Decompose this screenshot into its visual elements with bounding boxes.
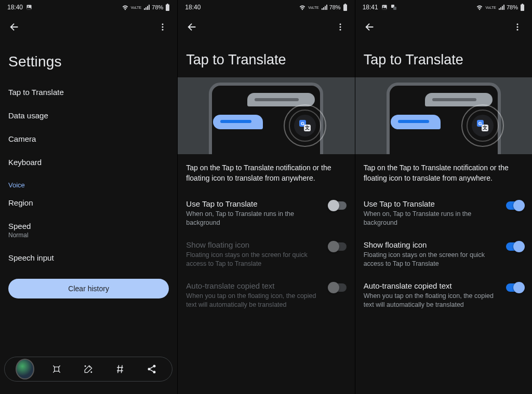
svg-rect-22: [521, 4, 524, 11]
status-time: 18:41: [363, 4, 378, 11]
svg-point-12: [153, 371, 156, 373]
volte-icon: VoLTE: [308, 6, 319, 9]
translate-floating-icon: G文: [472, 115, 494, 137]
setting-sub: When you tap on the floating icon, the c…: [186, 292, 322, 310]
battery-icon: [520, 4, 525, 11]
settings-item-keyboard[interactable]: Keyboard: [0, 151, 177, 174]
overflow-menu-button[interactable]: [510, 20, 525, 34]
settings-item-tap-to-translate[interactable]: Tap to Translate: [0, 80, 177, 104]
description-text: Tap on the Tap to Translate notification…: [178, 154, 354, 193]
status-battery-pct: 78%: [507, 4, 518, 10]
setting-sub: When on, Tap to Translate runs in the ba…: [186, 210, 322, 228]
gallery-icon: [26, 4, 32, 10]
svg-rect-7: [55, 367, 59, 371]
setting-use-tap-to-translate[interactable]: Use Tap to Translate When on, Tap to Tra…: [178, 193, 354, 234]
svg-point-1: [28, 6, 29, 7]
toggle-use-tap-to-translate[interactable]: [329, 201, 347, 210]
svg-point-24: [516, 23, 518, 25]
list-item-label: Keyboard: [8, 158, 42, 167]
page-title: Tap to Translate: [355, 39, 532, 77]
setting-title: Auto-translate copied text: [364, 281, 500, 290]
status-time: 18:40: [185, 4, 201, 11]
setting-title: Auto-translate copied text: [186, 281, 322, 290]
list-item-label: Speed: [8, 222, 31, 230]
svg-point-19: [383, 6, 384, 7]
topbar: [178, 15, 354, 39]
volte-icon: VoLTE: [485, 6, 496, 9]
svg-point-5: [162, 26, 164, 28]
list-item-label: Data usage: [8, 111, 48, 120]
setting-sub: When you tap on the floating icon, the c…: [364, 292, 500, 310]
svg-rect-13: [343, 4, 347, 11]
overflow-menu-button[interactable]: [155, 20, 170, 34]
svg-point-16: [339, 26, 341, 28]
hashtag-icon[interactable]: [111, 360, 129, 378]
wifi-icon: [476, 4, 483, 10]
battery-icon: [165, 4, 170, 11]
list-item-label: Region: [8, 198, 33, 207]
gallery-icon: [381, 4, 388, 10]
setting-sub: When on, Tap to Translate runs in the ba…: [364, 210, 500, 228]
svg-rect-3: [167, 4, 168, 5]
svg-point-9: [85, 365, 86, 366]
wifi-icon: [299, 4, 306, 10]
settings-item-region[interactable]: Region: [0, 191, 177, 214]
page-title: Tap to Translate: [178, 39, 354, 77]
status-battery-pct: 78%: [329, 4, 341, 10]
illustration: G文: [355, 77, 532, 154]
svg-point-15: [339, 23, 341, 25]
edit-icon[interactable]: [79, 360, 98, 378]
status-battery-pct: 78%: [152, 4, 163, 10]
list-item-label: Speech input: [8, 253, 54, 262]
list-item-sublabel: Normal: [8, 232, 169, 239]
svg-rect-14: [344, 4, 346, 5]
clear-history-button[interactable]: Clear history: [8, 279, 169, 298]
setting-title: Show floating icon: [364, 240, 500, 249]
wifi-icon: [122, 4, 129, 10]
list-item-label: Tap to Translate: [8, 88, 64, 97]
statusbar: 18:41 VoLTE 78%: [355, 0, 532, 15]
svg-point-11: [148, 368, 151, 371]
toggle-show-floating-icon: [329, 242, 347, 251]
volte-icon: VoLTE: [131, 6, 142, 9]
svg-point-4: [162, 23, 164, 25]
setting-auto-translate-copied[interactable]: Auto-translate copied text When you tap …: [355, 275, 532, 316]
toggle-auto-translate-copied: [329, 283, 347, 292]
svg-point-6: [162, 29, 164, 31]
back-button[interactable]: [7, 20, 22, 34]
back-button[interactable]: [185, 20, 200, 34]
toggle-auto-translate-copied[interactable]: [506, 283, 524, 292]
svg-point-25: [516, 26, 518, 28]
signal-icon: [498, 4, 504, 10]
setting-sub: Floating icon stays on the screen for qu…: [186, 251, 322, 269]
topbar: [0, 15, 177, 39]
signal-icon: [321, 4, 327, 10]
setting-show-floating-icon[interactable]: Show floating icon Floating icon stays o…: [355, 234, 532, 275]
setting-show-floating-icon: Show floating icon Floating icon stays o…: [178, 234, 354, 275]
settings-item-camera[interactable]: Camera: [0, 127, 177, 151]
setting-use-tap-to-translate[interactable]: Use Tap to Translate When on, Tap to Tra…: [355, 193, 532, 234]
svg-rect-23: [522, 4, 523, 5]
battery-icon: [343, 4, 348, 11]
svg-rect-21: [393, 7, 396, 10]
setting-title: Use Tap to Translate: [186, 199, 322, 208]
section-header-voice: Voice: [0, 174, 177, 191]
list-item-label: Camera: [8, 134, 36, 143]
back-button[interactable]: [363, 20, 377, 34]
screenshot-toolbar: [4, 357, 172, 382]
overflow-menu-button[interactable]: [333, 20, 348, 34]
screenshot-thumbnail[interactable]: [16, 360, 34, 378]
svg-point-17: [339, 29, 341, 31]
topbar: [355, 15, 532, 39]
illustration: G文: [178, 77, 354, 154]
settings-item-speech-input[interactable]: Speech input: [0, 246, 177, 269]
share-icon[interactable]: [142, 360, 161, 378]
setting-sub: Floating icon stays on the screen for qu…: [364, 251, 500, 269]
crop-icon[interactable]: [47, 360, 66, 378]
toggle-use-tap-to-translate[interactable]: [506, 201, 524, 210]
toggle-show-floating-icon[interactable]: [506, 242, 524, 251]
svg-rect-2: [166, 4, 169, 11]
settings-item-speed[interactable]: Speed Normal: [0, 214, 177, 246]
setting-title: Show floating icon: [186, 240, 322, 249]
settings-item-data-usage[interactable]: Data usage: [0, 104, 177, 127]
